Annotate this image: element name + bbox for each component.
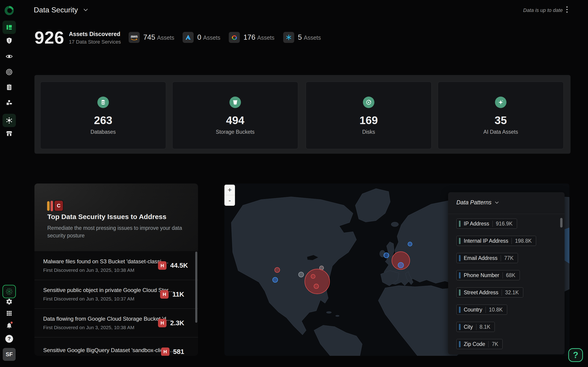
data-pattern-chip-phone[interactable]: Phone Number 68K [456, 270, 520, 280]
map-bubble-red[interactable] [314, 284, 319, 289]
shield-alert-icon [6, 37, 13, 44]
data-pattern-chip-internal-ip[interactable]: Internal IP Address 198.8K [456, 236, 536, 246]
help-button[interactable]: ? [568, 348, 583, 362]
issue-row[interactable]: Sensitive Google BigQuery Dataset 'sandb… [35, 337, 198, 356]
card-databases[interactable]: 263 Databases [40, 82, 166, 149]
map-bubble-blue[interactable] [398, 262, 404, 268]
issues-title: Top Data Security Issues to Address [47, 213, 166, 221]
map-bubble-red[interactable] [304, 269, 330, 294]
data-pattern-chip-ip-address[interactable]: IP Address 916.9K [456, 219, 517, 229]
pattern-separator [493, 221, 493, 227]
data-pattern-chip-city[interactable]: City 8.1K [456, 322, 495, 332]
more-options-kebab-icon[interactable] [566, 6, 568, 13]
pattern-label: Country [464, 307, 482, 313]
map-bubble-blue[interactable] [384, 252, 389, 258]
sidebar-item-issues[interactable] [6, 37, 13, 44]
issue-title: Sensitive public object in private Googl… [43, 287, 158, 293]
pattern-label: Street Address [464, 290, 498, 296]
data-pattern-chip-email[interactable]: Email Address 77K [456, 253, 518, 263]
pattern-count: 77K [504, 255, 514, 261]
sidebar-item-classification[interactable] [6, 68, 13, 76]
issue-row[interactable]: Data flowing from Google Cloud Storage B… [35, 309, 198, 337]
data-patterns-dropdown[interactable]: Data Patterns [456, 199, 499, 206]
card-label: Disks [362, 129, 375, 135]
data-patterns-title: Data Patterns [456, 199, 492, 206]
sidebar-item-dashboard[interactable] [2, 21, 16, 34]
spark-icon [6, 117, 13, 124]
pattern-separator [502, 272, 503, 278]
issue-title: Malware files found on S3 Bucket 'datase… [43, 258, 158, 265]
map-zoom-out-button[interactable]: - [225, 195, 235, 206]
scan-dots-icon [5, 287, 13, 296]
provider-stat-aws[interactable]: aws 745Assets [129, 32, 174, 43]
eye-icon [6, 53, 13, 60]
severity-badge: H [161, 348, 170, 356]
issue-row[interactable]: Sensitive public object in private Googl… [35, 280, 198, 309]
sidebar-item-policies[interactable] [6, 84, 13, 91]
data-pattern-chip-zip[interactable]: Zip Code 7K [456, 339, 502, 349]
provider-stat-azure[interactable]: 0Assets [183, 32, 220, 43]
chevron-down-icon[interactable] [83, 8, 88, 11]
sidebar-item-assets[interactable] [6, 99, 13, 106]
map-bubble-red[interactable] [275, 267, 280, 273]
pattern-label: Zip Code [464, 341, 485, 347]
pattern-accent-bar [459, 238, 460, 244]
issue-date: First Discovered on Jun 3, 2025, 10:38 A… [43, 267, 158, 273]
card-storage-buckets[interactable]: 494 Storage Buckets [172, 82, 298, 149]
sidebar-item-ai[interactable] [2, 114, 16, 127]
storefront-icon [6, 130, 13, 137]
sidebar-item-marketplace[interactable] [6, 130, 13, 137]
data-pattern-chip-street[interactable]: Street Address 32.1K [456, 287, 523, 298]
card-ai-data-assets[interactable]: 35 AI Data Assets [438, 82, 564, 149]
map-zoom-control: + - [225, 185, 235, 206]
provider-unit: Assets [257, 34, 275, 41]
pattern-accent-bar [459, 341, 460, 347]
page-title[interactable]: Data Security [34, 6, 78, 14]
assets-total-label: Assets Discovered [69, 31, 120, 37]
bucket-icon [229, 97, 241, 108]
issues-scrollbar[interactable] [195, 252, 197, 323]
map-zoom-in-button[interactable]: + [225, 185, 235, 195]
provider-stat-snowflake[interactable]: 5Assets [283, 32, 321, 43]
pattern-count: 10.8K [489, 307, 503, 313]
sidebar-item-help[interactable]: ? [5, 335, 13, 343]
map-bubble-gray[interactable] [298, 272, 304, 277]
sidebar-item-scan[interactable] [2, 285, 16, 298]
target-icon [6, 68, 13, 76]
sidebar: ? SF [0, 0, 18, 367]
avatar-initials: SF [3, 348, 16, 361]
provider-unit: Assets [203, 34, 220, 41]
pattern-separator [501, 255, 501, 261]
provider-unit: Assets [157, 34, 174, 41]
asset-summary-section: 263 Databases 494 Storage Buckets 169 Di… [35, 75, 571, 154]
sidebar-item-notifications[interactable] [6, 322, 13, 329]
pattern-count: 8.1K [480, 324, 490, 330]
card-label: Databases [90, 129, 116, 135]
data-patterns-panel: Data Patterns IP Address 916.9K Internal… [448, 192, 565, 354]
top-issues-panel: C Top Data Security Issues to Address Re… [35, 184, 198, 356]
provider-count: 5 [298, 33, 302, 41]
pattern-separator [502, 290, 502, 296]
brand-logo-icon[interactable] [4, 6, 14, 16]
pattern-label: Internal IP Address [464, 238, 508, 244]
issue-count: 581 [173, 348, 184, 356]
map-bubble-blue[interactable] [408, 242, 412, 246]
provider-stat-gcp[interactable]: 176Assets [229, 32, 275, 43]
chevron-down-icon [495, 201, 499, 204]
provider-count: 745 [143, 33, 155, 41]
sidebar-item-apps[interactable] [6, 310, 12, 317]
sidebar-item-settings[interactable] [6, 298, 13, 305]
patterns-scrollbar[interactable] [560, 218, 562, 227]
data-pattern-chip-country[interactable]: Country 10.8K [456, 305, 507, 315]
sidebar-item-discovery[interactable] [6, 53, 13, 60]
map-bubble-red[interactable] [311, 274, 315, 279]
user-avatar[interactable]: SF [3, 348, 16, 361]
card-label: Storage Buckets [216, 129, 255, 135]
pattern-label: City [464, 324, 473, 330]
pattern-accent-bar [459, 255, 460, 261]
map-bubble-blue[interactable] [272, 277, 278, 283]
card-disks[interactable]: 169 Disks [306, 82, 432, 149]
geo-map-panel: + - [225, 184, 569, 356]
pattern-separator [485, 307, 486, 313]
issue-row[interactable]: Malware files found on S3 Bucket 'datase… [35, 251, 198, 280]
